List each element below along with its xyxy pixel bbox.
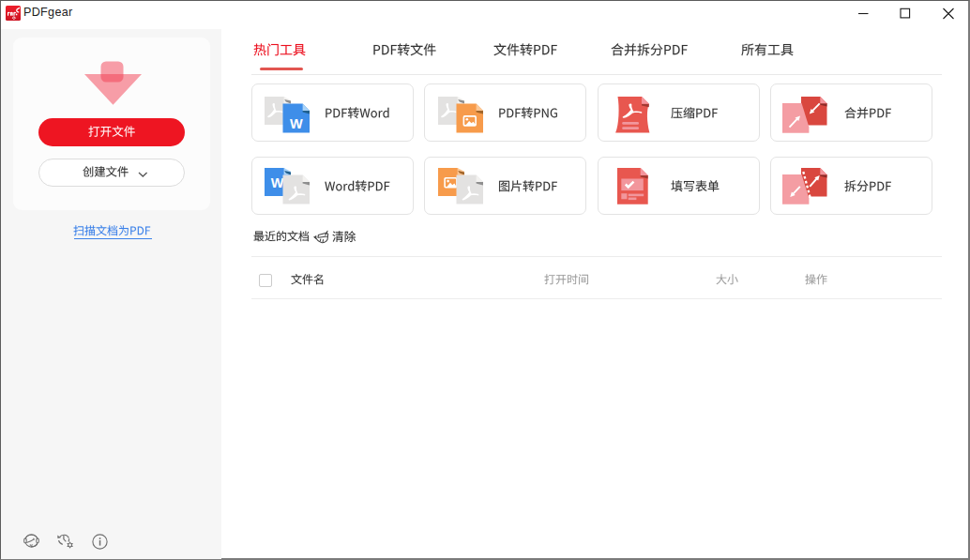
- svg-text:W: W: [271, 175, 284, 190]
- svg-text:W: W: [290, 116, 303, 131]
